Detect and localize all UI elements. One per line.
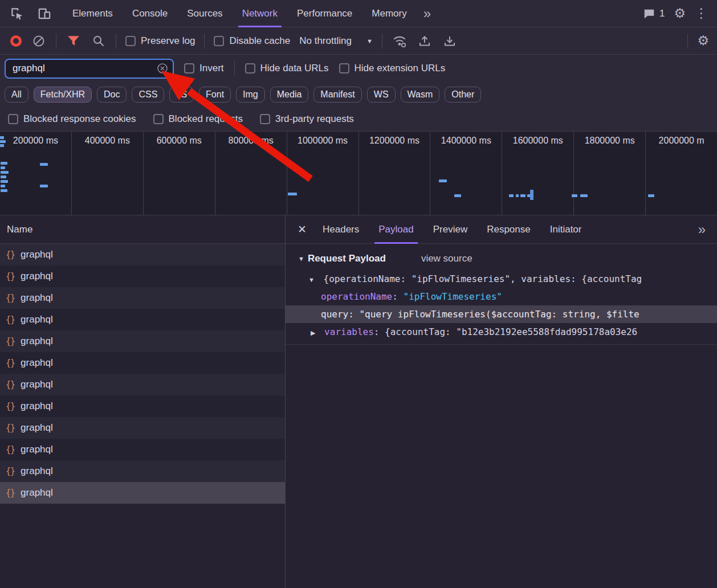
checkbox-box[interactable] bbox=[339, 63, 349, 74]
preserve-log-checkbox[interactable]: Preserve log bbox=[125, 35, 195, 47]
timeline-label: 1200000 ms bbox=[358, 132, 430, 215]
waterfall-bar bbox=[580, 194, 588, 197]
request-row[interactable]: {}graphql bbox=[0, 287, 285, 309]
request-row[interactable]: {}graphql bbox=[0, 395, 285, 417]
invert-checkbox[interactable]: Invert bbox=[184, 63, 224, 74]
request-row[interactable]: {}graphql bbox=[0, 439, 285, 460]
blocked-requests-checkbox[interactable]: Blocked requests bbox=[153, 113, 243, 125]
view-source-link[interactable]: view source bbox=[421, 253, 472, 264]
detail-tab-headers[interactable]: Headers bbox=[313, 215, 369, 244]
third-party-requests-checkbox[interactable]: 3rd-party requests bbox=[260, 113, 354, 125]
request-row[interactable]: {}graphql bbox=[0, 417, 285, 439]
waterfall-bar bbox=[0, 144, 4, 147]
expand-triangle-icon[interactable]: ▶ bbox=[311, 329, 315, 336]
value-variables: {accountTag: "b12e3b2192ee5588fdad995178… bbox=[385, 326, 637, 337]
request-row[interactable]: {}graphql bbox=[0, 244, 285, 266]
waterfall-bar bbox=[288, 193, 297, 195]
timeline-label: 1000000 ms bbox=[287, 132, 358, 215]
chevron-down-icon: ▼ bbox=[366, 38, 373, 44]
tab-memory[interactable]: Memory bbox=[362, 0, 416, 27]
clear-network-log-icon[interactable] bbox=[31, 33, 47, 49]
fetch-braces-icon: {} bbox=[6, 293, 15, 303]
waterfall-bar bbox=[1, 162, 7, 165]
chip-ws[interactable]: WS bbox=[367, 87, 396, 103]
chip-manifest[interactable]: Manifest bbox=[313, 87, 361, 103]
chip-other[interactable]: Other bbox=[445, 87, 481, 103]
search-icon[interactable] bbox=[91, 33, 107, 49]
chip-js[interactable]: JS bbox=[169, 87, 194, 103]
checkbox-box[interactable] bbox=[260, 114, 270, 124]
key-variables: variables bbox=[324, 326, 374, 337]
console-messages-button[interactable]: 1 bbox=[643, 7, 665, 20]
collapse-triangle-icon[interactable]: ▼ bbox=[308, 276, 315, 283]
network-overview-timeline[interactable]: 200000 ms 400000 ms 600000 ms 800000 ms … bbox=[0, 131, 717, 215]
request-row[interactable]: {}graphql bbox=[0, 374, 285, 395]
close-detail-icon[interactable]: ✕ bbox=[291, 223, 313, 236]
chip-fetch-xhr[interactable]: Fetch/XHR bbox=[34, 87, 92, 103]
settings-gear-icon[interactable]: ⚙ bbox=[674, 7, 686, 20]
request-row[interactable]: {}graphql bbox=[0, 330, 285, 352]
request-row[interactable]: {}graphql bbox=[0, 266, 285, 287]
record-network-log-button[interactable] bbox=[10, 35, 22, 47]
name-column-header[interactable]: Name bbox=[0, 215, 285, 244]
tab-elements[interactable]: Elements bbox=[63, 0, 123, 27]
checkbox-box[interactable] bbox=[245, 63, 255, 74]
request-row[interactable]: {}graphql bbox=[0, 309, 285, 330]
network-settings-gear-icon[interactable]: ⚙ bbox=[697, 34, 709, 47]
detail-tab-response[interactable]: Response bbox=[477, 215, 540, 244]
tab-network[interactable]: Network bbox=[233, 0, 287, 27]
inspect-element-icon[interactable] bbox=[9, 6, 25, 22]
clear-filter-icon[interactable] bbox=[157, 63, 168, 74]
detail-tab-initiator[interactable]: Initiator bbox=[540, 215, 592, 244]
kebab-menu-icon[interactable]: ⋮ bbox=[695, 7, 708, 20]
checkbox-box[interactable] bbox=[184, 63, 194, 74]
blocked-response-cookies-checkbox[interactable]: Blocked response cookies bbox=[8, 113, 136, 125]
checkbox-box[interactable] bbox=[214, 36, 224, 46]
detail-tabbar: ✕ Headers Payload Preview Response Initi… bbox=[286, 215, 717, 244]
device-toolbar-icon[interactable] bbox=[36, 6, 52, 22]
network-filter-row: Invert Hide data URLs Hide extension URL… bbox=[0, 55, 717, 82]
detail-tab-payload[interactable]: Payload bbox=[369, 215, 423, 244]
export-har-icon[interactable] bbox=[442, 33, 458, 49]
filter-input[interactable] bbox=[11, 62, 157, 75]
checkbox-box[interactable] bbox=[125, 36, 136, 46]
fetch-braces-icon: {} bbox=[6, 488, 15, 498]
chip-font[interactable]: Font bbox=[199, 87, 231, 103]
chip-media[interactable]: Media bbox=[270, 87, 309, 103]
tab-sources[interactable]: Sources bbox=[177, 0, 232, 27]
request-row[interactable]: {}graphql bbox=[0, 352, 285, 374]
payload-query-row-selected[interactable]: query: "query ipFlowTimeseries($accountT… bbox=[286, 305, 717, 323]
request-row-selected[interactable]: {}graphql bbox=[0, 482, 285, 504]
devtools-window: Elements Console Sources Network Perform… bbox=[0, 0, 717, 588]
request-row[interactable]: {}graphql bbox=[0, 460, 285, 482]
tab-performance[interactable]: Performance bbox=[287, 0, 362, 27]
chip-img[interactable]: Img bbox=[236, 87, 265, 103]
disable-cache-checkbox[interactable]: Disable cache bbox=[214, 35, 290, 47]
filter-funnel-icon[interactable] bbox=[66, 33, 82, 49]
collapse-triangle-icon[interactable]: ▼ bbox=[298, 255, 304, 262]
throttling-dropdown[interactable]: No throttling ▼ bbox=[299, 35, 373, 47]
chip-css[interactable]: CSS bbox=[132, 87, 164, 103]
value-query: "query ipFlowTimeseries($accountTag: str… bbox=[359, 309, 639, 320]
hide-extension-urls-checkbox[interactable]: Hide extension URLs bbox=[339, 63, 446, 74]
payload-operationname-row[interactable]: operationName: "ipFlowTimeseries" bbox=[286, 288, 717, 305]
more-detail-tabs-icon[interactable]: » bbox=[690, 222, 714, 238]
network-conditions-icon[interactable] bbox=[392, 33, 408, 49]
import-har-icon[interactable] bbox=[417, 33, 433, 49]
request-name: graphql bbox=[21, 379, 53, 390]
tab-console[interactable]: Console bbox=[123, 0, 177, 27]
timeline-label: 2000000 m bbox=[645, 132, 717, 215]
fetch-braces-icon: {} bbox=[6, 336, 15, 346]
checkbox-box[interactable] bbox=[8, 114, 18, 124]
waterfall-bar bbox=[1, 175, 6, 178]
payload-root-row[interactable]: ▼ {operationName: "ipFlowTimeseries", va… bbox=[286, 270, 717, 288]
chip-wasm[interactable]: Wasm bbox=[401, 87, 440, 103]
hide-data-urls-checkbox[interactable]: Hide data URLs bbox=[245, 63, 329, 74]
chip-all[interactable]: All bbox=[5, 87, 28, 103]
payload-variables-row[interactable]: ▶ variables: {accountTag: "b12e3b2192ee5… bbox=[286, 323, 717, 341]
detail-tab-preview[interactable]: Preview bbox=[423, 215, 477, 244]
value-operationname: "ipFlowTimeseries" bbox=[404, 291, 502, 302]
checkbox-box[interactable] bbox=[153, 114, 164, 124]
chip-doc[interactable]: Doc bbox=[97, 87, 127, 103]
more-tabs-icon[interactable]: » bbox=[417, 6, 438, 22]
